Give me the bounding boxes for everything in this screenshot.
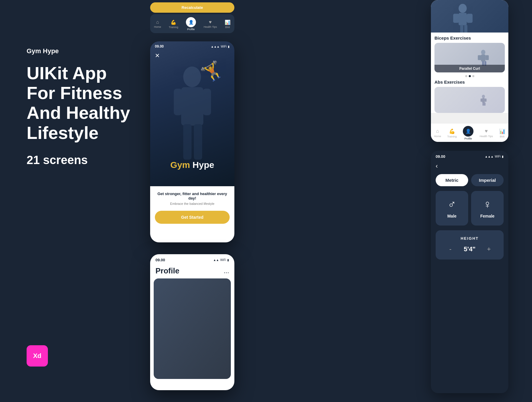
svg-point-18: [482, 95, 485, 98]
home-icon: ⌂: [156, 20, 159, 25]
nav-bar-top: ⌂ Home 💪 Training 👤 Profile ♥ Health Tip…: [150, 17, 234, 31]
svg-rect-10: [460, 25, 463, 33]
nav-top-health[interactable]: ♥ Health Tips: [204, 20, 217, 28]
sub-tagline-text: Embrace the balanced lifestyle: [170, 202, 215, 205]
training-icon-rt: 💪: [449, 128, 455, 134]
headline-line1: UIKit App: [27, 63, 107, 83]
health-label-top: Health Tips: [204, 25, 217, 28]
brand-name: Gym Hype: [27, 47, 130, 55]
svg-rect-13: [481, 55, 486, 61]
height-title: HEIGHT: [460, 236, 479, 241]
xd-badge[interactable]: Xd: [27, 345, 48, 367]
svg-rect-14: [478, 55, 481, 60]
home-label-rt: Home: [434, 135, 441, 138]
svg-rect-8: [453, 14, 459, 23]
training-label: Training: [169, 26, 178, 29]
abs-exercise-card[interactable]: [434, 87, 505, 113]
parallel-curl-label: Parallel Curl: [434, 65, 505, 72]
female-card[interactable]: ♀ Female: [471, 191, 504, 226]
male-icon: ♂: [448, 198, 456, 211]
phone-main: 09.00 ▲▲▲ WiFi ▮ ✕ 🏋 Gym Hype Get strong…: [150, 41, 234, 242]
svg-rect-11: [464, 25, 468, 33]
nav-top-bmi[interactable]: 📊 BMI: [225, 20, 231, 29]
health-icon-top: ♥: [209, 20, 212, 25]
health-label-rt: Health Tips: [480, 135, 493, 138]
metric-imperial-toggle: Metric Imperial: [431, 174, 508, 186]
nav-health-rt[interactable]: ♥ Health Tips: [480, 128, 493, 138]
phone-bottom: 09.00 ▲▲ WiFi ▮ Profile ...: [150, 254, 234, 390]
height-value: 5'4": [464, 245, 476, 253]
xd-label: Xd: [33, 352, 41, 360]
options-dots[interactable]: ...: [224, 267, 229, 275]
svg-rect-15: [485, 55, 489, 60]
health-icon-rt: ♥: [485, 128, 488, 134]
setup-status-icons: ▲▲▲ WiFi ▮: [485, 155, 504, 158]
height-plus-button[interactable]: +: [484, 245, 493, 254]
setup-status-bar: 09.00 ▲▲▲ WiFi ▮: [431, 151, 508, 161]
metric-button[interactable]: Metric: [436, 174, 468, 186]
svg-rect-1: [181, 87, 203, 126]
bottom-status-bar: 09.00 ▲▲ WiFi ▮: [150, 254, 234, 264]
parallel-curl-card[interactable]: Parallel Curl: [434, 43, 505, 72]
svg-rect-2: [174, 89, 182, 115]
main-headline: UIKit App For Fitness And Healthy Lifest…: [27, 63, 130, 143]
home-icon-rt: ⌂: [436, 128, 439, 134]
battery-icon: ▮: [228, 45, 230, 48]
abs-section-title: Abs Exercises: [434, 80, 505, 85]
imperial-button[interactable]: Imperial: [471, 174, 504, 186]
bottom-header: Profile ...: [150, 264, 234, 278]
bottom-wifi-icon: WiFi: [220, 258, 226, 262]
carousel-dots: [434, 74, 505, 80]
profile-label-top: Profile: [187, 28, 195, 31]
bottom-signal-icon: ▲▲: [213, 258, 219, 262]
svg-rect-5: [194, 124, 202, 160]
height-minus-button[interactable]: -: [446, 245, 455, 254]
get-started-button[interactable]: Get Started: [155, 211, 230, 224]
gender-selection: ♂ Male ♀ Female: [431, 191, 508, 226]
bmi-label-rt: BMI: [500, 135, 505, 138]
male-card[interactable]: ♂ Male: [436, 191, 468, 226]
nav-training-rt[interactable]: 💪 Training: [447, 128, 457, 138]
header-person-svg: [440, 0, 499, 33]
svg-point-0: [183, 67, 201, 87]
nav-home-rt[interactable]: ⌂ Home: [434, 128, 441, 138]
screens-count: 21 screens: [27, 153, 130, 167]
abs-person-svg: [478, 87, 505, 113]
biceps-section-title: Biceps Exercises: [434, 35, 505, 40]
tagline-text: Get stronger, fitter and healthier every…: [155, 192, 230, 200]
nav-profile-rt[interactable]: 👤 Profile: [463, 126, 473, 140]
bottom-battery-icon: ▮: [227, 258, 229, 262]
profile-label-rt: Profile: [464, 137, 472, 140]
setup-signal-icon: ▲▲▲: [485, 155, 494, 158]
signal-icon: ▲▲▲: [211, 45, 220, 48]
svg-rect-22: [483, 103, 484, 106]
height-card: HEIGHT - 5'4" +: [436, 230, 504, 260]
close-button[interactable]: ✕: [155, 52, 160, 59]
bmi-icon-rt: 📊: [499, 128, 505, 134]
phone-status-bar: 09.00 ▲▲▲ WiFi ▮: [150, 41, 234, 48]
svg-rect-3: [203, 89, 211, 115]
phone-hero-area: 09.00 ▲▲▲ WiFi ▮ ✕ 🏋 Gym Hype: [150, 41, 234, 186]
fitness-person-svg: [150, 41, 234, 186]
setup-battery-icon: ▮: [502, 155, 504, 158]
nav-top-home[interactable]: ⌂ Home: [154, 20, 161, 28]
nav-top-profile[interactable]: 👤 Profile: [186, 17, 196, 31]
nav-top-training[interactable]: 💪 Training: [169, 20, 178, 29]
recalculate-button[interactable]: Recalculate: [150, 2, 234, 13]
bmi-icon-top: 📊: [225, 20, 231, 25]
female-icon: ♀: [483, 198, 492, 211]
svg-rect-19: [482, 98, 485, 103]
phone-content-area: Get stronger, fitter and healthier every…: [150, 186, 234, 242]
back-button[interactable]: ‹: [431, 161, 508, 174]
dot-1: [465, 75, 467, 77]
bmi-label-top: BMI: [225, 26, 230, 29]
wifi-icon: WiFi: [221, 45, 227, 48]
nav-bmi-rt[interactable]: 📊 BMI: [499, 128, 505, 138]
dot-2: [469, 75, 471, 77]
profile-circle-rt: 👤: [463, 126, 473, 137]
status-icons: ▲▲▲ WiFi ▮: [211, 44, 230, 48]
setup-wifi-icon: WiFi: [495, 155, 501, 158]
phone-right-top: Biceps Exercises Parallel Curl Abs Exerc…: [431, 0, 508, 142]
svg-rect-9: [467, 14, 473, 23]
svg-rect-21: [485, 98, 486, 102]
